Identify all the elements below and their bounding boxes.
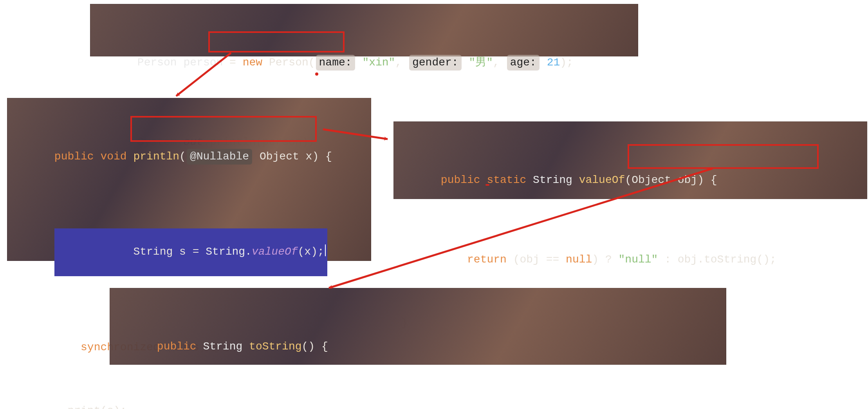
param-hint: age:	[507, 55, 540, 71]
string-literal: "null"	[619, 253, 658, 266]
code-line: public void println(@Nullable Object x) …	[15, 133, 363, 181]
code-text: Person(	[262, 56, 315, 69]
keyword-public: public	[157, 340, 197, 353]
keyword-null: null	[566, 253, 592, 266]
diagram-stage: Person person = new Person(name: "xin", …	[0, 0, 868, 409]
code-block-valueof: public static String valueOf(Object obj)…	[393, 121, 867, 199]
code-text: String s =	[107, 246, 206, 258]
code-block-main: Person person = new Person(name: "xin", …	[90, 4, 638, 56]
return-type: String	[533, 174, 579, 186]
code-text: (obj ==	[507, 253, 566, 266]
method-valueof: valueOf	[252, 246, 298, 258]
code-text: );	[560, 56, 573, 69]
code-text: (x);	[298, 246, 324, 258]
keyword-public: public	[441, 174, 480, 186]
code-text: ) ?	[592, 253, 618, 266]
code-text: : obj.toString();	[658, 253, 776, 266]
code-line: public String toString() {	[117, 323, 718, 371]
code-line: Person person = new Person(name: "xin", …	[98, 39, 630, 87]
keyword-return: return	[441, 253, 507, 266]
string-literal: "xin"	[362, 56, 395, 69]
method-name: toString	[249, 340, 301, 353]
annotation-hint: @Nullable	[187, 149, 252, 165]
method-name: valueOf	[579, 174, 625, 186]
code-line: public static String valueOf(Object obj)…	[401, 156, 859, 204]
code-text: ,	[493, 56, 506, 69]
text-cursor	[325, 244, 326, 257]
code-text: Object x) {	[253, 150, 332, 163]
code-line: return getClass().getName() + "@" + Inte…	[117, 402, 718, 409]
number-literal: 21	[547, 56, 560, 69]
var-name: person	[183, 56, 223, 69]
code-text: =	[223, 56, 242, 69]
method-name: println	[133, 150, 179, 163]
code-line: return (obj == null) ? "null" : obj.toSt…	[401, 236, 859, 284]
keyword-void: void	[94, 150, 134, 163]
code-text: ,	[395, 56, 408, 69]
class-name: String.	[206, 246, 252, 258]
param-hint: gender:	[409, 55, 462, 71]
keyword-public: public	[54, 150, 94, 163]
code-text: (Object obj) {	[625, 174, 717, 186]
code-text: (	[179, 150, 186, 163]
param-hint: name:	[316, 55, 355, 71]
code-block-println: public void println(@Nullable Object x) …	[7, 98, 371, 261]
type-name: Person	[137, 56, 177, 69]
string-literal: "男"	[469, 56, 493, 69]
code-block-tostring: public String toString() { return getCla…	[110, 288, 726, 365]
return-type: String	[197, 340, 249, 353]
code-text: () {	[302, 340, 328, 353]
annotation-dot	[485, 184, 489, 186]
annotation-dot	[315, 72, 318, 76]
keyword-new: new	[243, 56, 262, 69]
code-line-selected: String s = String.valueOf(x);	[15, 212, 363, 292]
